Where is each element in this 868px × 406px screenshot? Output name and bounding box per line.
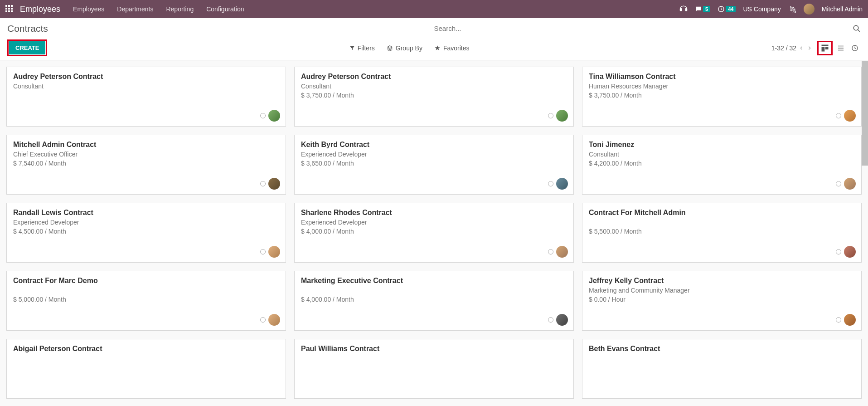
kanban-card[interactable]: Paul Williams Contract [294, 339, 574, 399]
card-title: Audrey Peterson Contract [13, 73, 279, 81]
hr-responsible-avatar[interactable] [556, 178, 568, 190]
hr-responsible-avatar[interactable] [268, 178, 280, 190]
card-title: Audrey Peterson Contract [301, 73, 567, 81]
star-icon [434, 45, 441, 51]
kanban-state-icon[interactable] [548, 113, 553, 118]
breadcrumb: Contracts [7, 23, 48, 34]
kanban-card[interactable]: Contract For Mitchell Admin $ 5,500.00 /… [582, 203, 862, 263]
kanban-view-button[interactable] [817, 41, 833, 55]
kanban-card[interactable]: Abigail Peterson Contract [6, 339, 286, 399]
filters-button[interactable]: Filters [349, 44, 375, 52]
card-title: Keith Byrd Contract [301, 141, 567, 149]
filters-label: Filters [358, 44, 375, 52]
nav-reporting[interactable]: Reporting [166, 5, 194, 13]
kanban-card[interactable]: Marketing Executive Contract $ 4,000.00 … [294, 271, 574, 331]
hr-responsible-avatar[interactable] [268, 246, 280, 258]
kanban-state-icon[interactable] [836, 181, 841, 186]
create-button[interactable]: CREATE [9, 41, 45, 54]
chevron-right-icon [807, 45, 812, 51]
card-footer [548, 178, 568, 190]
pager-next[interactable] [806, 45, 813, 51]
kanban-state-icon[interactable] [260, 181, 266, 186]
card-footer [548, 110, 568, 122]
user-menu[interactable]: Mitchell Admin [822, 5, 863, 13]
card-wage: $ 4,000.00 / Month [301, 228, 567, 235]
kanban-state-icon[interactable] [836, 249, 841, 254]
card-job: Experienced Developer [13, 219, 279, 226]
kanban-card[interactable]: Contract For Marc Demo $ 5,000.00 / Mont… [6, 271, 286, 331]
card-title: Contract For Mitchell Admin [589, 209, 855, 217]
kanban-card[interactable]: Randall Lewis ContractExperienced Develo… [6, 203, 286, 263]
user-avatar[interactable] [804, 4, 815, 15]
kanban-card[interactable]: Sharlene Rhodes ContractExperienced Deve… [294, 203, 574, 263]
hr-responsible-avatar[interactable] [844, 110, 856, 122]
conversations-icon[interactable]: 5 [695, 5, 710, 13]
debug-icon[interactable] [788, 5, 796, 13]
list-view-button[interactable] [834, 42, 847, 54]
pager: 1-32 / 32 [771, 44, 813, 52]
groupby-button[interactable]: Group By [387, 44, 422, 52]
card-footer [836, 110, 856, 122]
hr-responsible-avatar[interactable] [844, 314, 856, 326]
kanban-card[interactable]: Keith Byrd ContractExperienced Developer… [294, 135, 574, 195]
kanban-card[interactable]: Tina Williamson ContractHuman Resources … [582, 67, 862, 127]
kanban-state-icon[interactable] [548, 249, 553, 254]
nav-configuration[interactable]: Configuration [206, 5, 244, 13]
card-wage: $ 7,540.00 / Month [13, 160, 279, 167]
card-job: Consultant [13, 83, 279, 90]
card-wage: $ 4,500.00 / Month [13, 228, 279, 235]
search-input[interactable] [434, 23, 853, 34]
card-footer [548, 246, 568, 258]
card-wage: $ 4,000.00 / Month [301, 296, 567, 303]
nav-employees[interactable]: Employees [73, 5, 104, 13]
activities-icon[interactable]: 44 [718, 5, 736, 13]
company-selector[interactable]: US Company [743, 5, 781, 13]
kanban-view: Audrey Peterson ContractConsultantAudrey… [0, 60, 868, 405]
hr-responsible-avatar[interactable] [556, 246, 568, 258]
hr-responsible-avatar[interactable] [844, 178, 856, 190]
hr-responsible-avatar[interactable] [268, 110, 280, 122]
kanban-state-icon[interactable] [548, 181, 553, 186]
kanban-state-icon[interactable] [836, 317, 841, 323]
kanban-state-icon[interactable] [260, 317, 266, 323]
pager-value[interactable]: 1-32 / 32 [771, 44, 796, 52]
kanban-card[interactable]: Audrey Peterson ContractConsultant$ 3,75… [294, 67, 574, 127]
apps-icon[interactable] [5, 5, 14, 13]
hr-responsible-avatar[interactable] [556, 110, 568, 122]
svg-rect-0 [680, 9, 682, 11]
groupby-label: Group By [396, 44, 422, 52]
layers-icon [387, 45, 393, 51]
kanban-card[interactable]: Jeffrey Kelly ContractMarketing and Comm… [582, 271, 862, 331]
activities-badge: 44 [726, 6, 736, 12]
card-footer [548, 314, 568, 326]
hr-responsible-avatar[interactable] [844, 246, 856, 258]
search-icon[interactable] [853, 24, 861, 33]
favorites-button[interactable]: Favorites [434, 44, 470, 52]
kanban-card[interactable]: Beth Evans Contract [582, 339, 862, 399]
voip-icon[interactable] [679, 5, 688, 13]
card-title: Jeffrey Kelly Contract [589, 277, 855, 285]
hr-responsible-avatar[interactable] [556, 314, 568, 326]
kanban-card[interactable]: Toni JimenezConsultant$ 4,200.00 / Month [582, 135, 862, 195]
card-footer [260, 178, 280, 190]
topbar-right: 5 44 US Company Mitchell Admin [679, 4, 863, 15]
activity-view-button[interactable] [849, 43, 861, 54]
chevron-left-icon [799, 45, 804, 51]
card-footer [260, 110, 280, 122]
nav-departments[interactable]: Departments [117, 5, 153, 13]
card-footer [836, 178, 856, 190]
pager-prev[interactable] [798, 45, 805, 51]
kanban-state-icon[interactable] [548, 317, 553, 323]
kanban-state-icon[interactable] [260, 113, 266, 118]
scrollbar-thumb[interactable] [862, 61, 868, 166]
card-title: Contract For Marc Demo [13, 277, 279, 285]
kanban-state-icon[interactable] [836, 113, 841, 118]
kanban-card[interactable]: Audrey Peterson ContractConsultant [6, 67, 286, 127]
kanban-card[interactable]: Mitchell Admin ContractChief Executive O… [6, 135, 286, 195]
app-brand[interactable]: Employees [20, 5, 60, 14]
view-switcher [817, 41, 861, 55]
clock-icon [851, 44, 858, 52]
hr-responsible-avatar[interactable] [268, 314, 280, 326]
kanban-state-icon[interactable] [260, 249, 266, 254]
funnel-icon [349, 45, 355, 51]
